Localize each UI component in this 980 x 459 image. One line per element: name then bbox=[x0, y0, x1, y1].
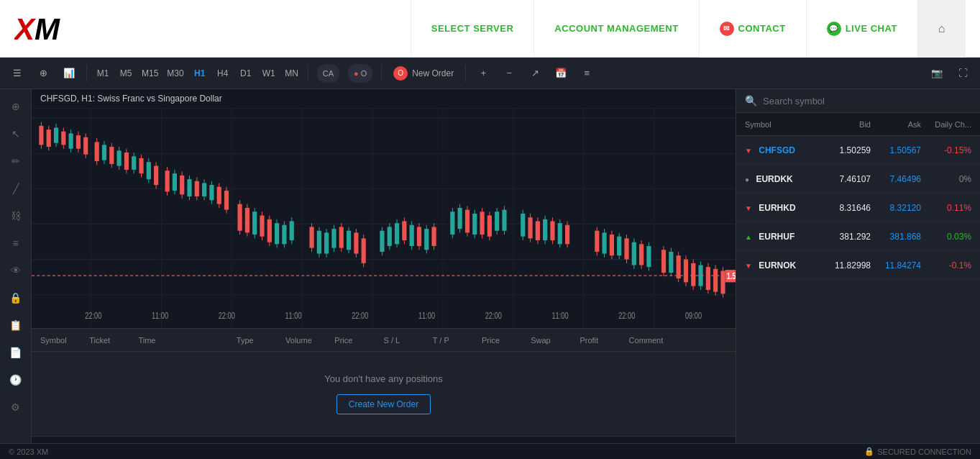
wl-ask-eurnok: 11.84274 bbox=[871, 260, 921, 271]
sidebar-shapes[interactable]: ≡ bbox=[4, 232, 27, 255]
live-chat-link[interactable]: 💬 LIVE CHAT bbox=[806, 0, 917, 58]
menu-button[interactable]: ☰ bbox=[6, 62, 29, 85]
watchlist-row[interactable]: ▲ EURHUF 381.292 381.868 0.03% bbox=[736, 222, 980, 251]
mail-icon: ✉ bbox=[720, 22, 734, 36]
zoom-in-button[interactable]: + bbox=[472, 62, 495, 85]
indicators-button[interactable]: 📊 bbox=[58, 62, 81, 85]
list-button[interactable]: ≡ bbox=[575, 62, 598, 85]
wl-header-ask: Ask bbox=[871, 120, 921, 129]
col-swap: Swap bbox=[531, 336, 580, 345]
svg-text:22:00: 22:00 bbox=[485, 311, 502, 320]
tf-h4[interactable]: H4 bbox=[213, 63, 233, 83]
watchlist-row[interactable]: ▼ CHFSGD 1.50259 1.50567 -0.15% bbox=[736, 136, 980, 165]
col-symbol: Symbol bbox=[40, 336, 89, 345]
tf-h1[interactable]: H1 bbox=[190, 63, 210, 83]
sidebar-settings[interactable]: ⚙ bbox=[4, 396, 27, 419]
fullscreen-button[interactable]: ⛶ bbox=[951, 62, 974, 85]
auto-scroll-button[interactable]: ↗ bbox=[523, 62, 546, 85]
wl-symbol-eurdkk: ● EURDKK bbox=[745, 174, 820, 184]
watchlist-rows: ▼ CHFSGD 1.50259 1.50567 -0.15% ● EURDKK… bbox=[736, 136, 980, 280]
sidebar-cursor[interactable]: ↖ bbox=[4, 122, 27, 145]
svg-text:11:00: 11:00 bbox=[285, 311, 301, 320]
direction-arrow: ● bbox=[745, 176, 749, 183]
watchlist-row[interactable]: ▼ EURHKD 8.31646 8.32120 0.11% bbox=[736, 194, 980, 222]
wl-ask-eurhkd: 8.32120 bbox=[871, 203, 921, 213]
tf-m30[interactable]: M30 bbox=[164, 63, 186, 83]
col-tp: T / P bbox=[433, 336, 482, 345]
col-type: Type bbox=[237, 336, 285, 345]
sidebar-orders[interactable]: 📄 bbox=[4, 341, 27, 364]
new-order-icon: O bbox=[393, 66, 408, 81]
account-management-link[interactable]: ACCOUNT MANAGEMENT bbox=[533, 0, 698, 58]
page-footer: © 2023 XM 🔒 SECURED CONNECTION bbox=[0, 443, 980, 459]
sidebar-line[interactable]: ╱ bbox=[4, 177, 27, 200]
top-navigation: X M SELECT SERVER ACCOUNT MANAGEMENT ✉ C… bbox=[0, 0, 980, 58]
logo[interactable]: X M bbox=[14, 11, 72, 47]
toggle-o[interactable]: ●O bbox=[348, 64, 372, 83]
watchlist-row[interactable]: ● EURDKK 7.46107 7.46496 0% bbox=[736, 165, 980, 194]
col-sl: S / L bbox=[384, 336, 433, 345]
direction-arrow: ▼ bbox=[745, 204, 752, 212]
toolbar: ☰ ⊕ 📊 M1 M5 M15 M30 H1 H4 D1 W1 MN CA ●O… bbox=[0, 58, 980, 89]
copyright: © 2023 XM bbox=[9, 447, 48, 456]
search-icon: 🔍 bbox=[745, 95, 757, 106]
home-link[interactable]: ⌂ bbox=[917, 0, 966, 58]
svg-text:11:00: 11:00 bbox=[152, 311, 168, 320]
sidebar-pencil[interactable]: ✏ bbox=[4, 150, 27, 173]
calendar-button[interactable]: 📅 bbox=[549, 62, 572, 85]
col-ticket: Ticket bbox=[89, 336, 138, 345]
tf-d1[interactable]: D1 bbox=[236, 63, 256, 83]
tf-w1[interactable]: W1 bbox=[259, 63, 279, 83]
search-box: 🔍 bbox=[736, 89, 980, 113]
chat-icon: 💬 bbox=[827, 22, 841, 36]
tf-mn[interactable]: MN bbox=[282, 63, 302, 83]
chart-title: CHFSGD, H1: Swiss Franc vs Singapore Dol… bbox=[32, 89, 736, 109]
wl-symbol-eurhkd: ▼ EURHKD bbox=[745, 203, 820, 213]
screenshot-button[interactable]: 📷 bbox=[925, 62, 948, 85]
separator-2 bbox=[308, 65, 308, 82]
wl-header-symbol: Symbol bbox=[745, 120, 820, 129]
wl-ask-eurhuf: 381.868 bbox=[871, 232, 921, 242]
sidebar-report[interactable]: 📋 bbox=[4, 314, 27, 337]
sidebar-fib[interactable]: ⛓ bbox=[4, 204, 27, 227]
zoom-out-button[interactable]: − bbox=[498, 62, 521, 85]
chart-area[interactable]: 1.52400 1.51800 1.51200 1.50600 1.50000 … bbox=[32, 109, 736, 328]
tf-m15[interactable]: M15 bbox=[139, 63, 161, 83]
watchlist-row[interactable]: ▼ EURNOK 11.82998 11.84274 -0.1% bbox=[736, 251, 980, 280]
direction-arrow: ▲ bbox=[745, 233, 752, 241]
col-time: Time bbox=[138, 336, 236, 345]
wl-bid-eurnok: 11.82998 bbox=[820, 260, 871, 271]
no-positions: You don't have any positions Create New … bbox=[32, 352, 736, 436]
svg-text:22:00: 22:00 bbox=[352, 311, 368, 320]
main-area: ⊕ ↖ ✏ ╱ ⛓ ≡ 👁 🔒 📋 📄 🕐 ⚙ CHFSGD, H1: Swis… bbox=[0, 89, 980, 459]
sidebar-crosshair[interactable]: ⊕ bbox=[4, 95, 27, 118]
watchlist-panel: 🔍 Symbol Bid Ask Daily Ch... ▼ CHFSGD 1.… bbox=[736, 89, 980, 459]
wl-change-chfsgd: -0.15% bbox=[921, 145, 971, 155]
create-new-order-button[interactable]: Create New Order bbox=[336, 394, 431, 414]
svg-text:M: M bbox=[35, 12, 60, 46]
wl-header-bid: Bid bbox=[820, 120, 871, 129]
price-chart: 1.52400 1.51800 1.51200 1.50600 1.50000 … bbox=[32, 109, 736, 328]
wl-change-eurhkd: 0.11% bbox=[921, 203, 971, 213]
crosshair-button[interactable]: ⊕ bbox=[32, 62, 55, 85]
top-nav-links: SELECT SERVER ACCOUNT MANAGEMENT ✉ CONTA… bbox=[411, 0, 966, 58]
wl-symbol-eurhuf: ▲ EURHUF bbox=[745, 232, 820, 242]
separator-3 bbox=[381, 65, 382, 82]
direction-arrow: ▼ bbox=[745, 262, 752, 270]
col-price: Price bbox=[334, 336, 383, 345]
sidebar-lock[interactable]: 🔒 bbox=[4, 286, 27, 309]
tf-m5[interactable]: M5 bbox=[116, 63, 136, 83]
wl-change-eurhuf: 0.03% bbox=[921, 232, 971, 242]
svg-text:22:00: 22:00 bbox=[618, 311, 635, 320]
sidebar-clock[interactable]: 🕐 bbox=[4, 368, 27, 391]
contact-link[interactable]: ✉ CONTACT bbox=[699, 0, 806, 58]
svg-text:1.50259: 1.50259 bbox=[727, 271, 736, 281]
sidebar-eye[interactable]: 👁 bbox=[4, 259, 27, 282]
new-order-button[interactable]: O New Order bbox=[388, 62, 459, 85]
select-server-link[interactable]: SELECT SERVER bbox=[411, 0, 534, 58]
search-input[interactable] bbox=[763, 96, 971, 106]
wl-ask-eurdkk: 7.46496 bbox=[871, 174, 921, 184]
tf-m1[interactable]: M1 bbox=[93, 63, 113, 83]
toggle-ca[interactable]: CA bbox=[317, 64, 339, 83]
separator-4 bbox=[465, 65, 466, 82]
